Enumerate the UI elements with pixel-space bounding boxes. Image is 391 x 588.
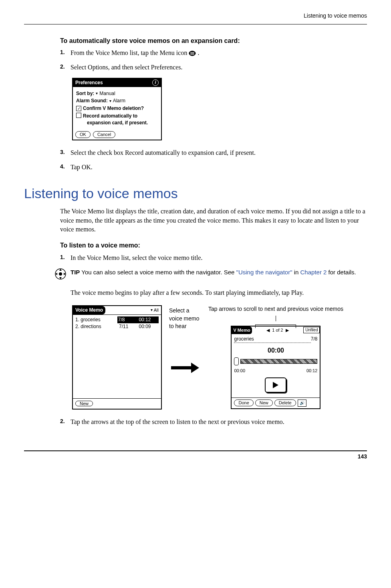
tip-block: TIP You can also select a voice memo wit… (71, 268, 367, 282)
callout-select-memo: Select a voice memo to hear (169, 307, 201, 330)
row-date: 7/8 (117, 316, 138, 323)
figures-row: Voice Memo ▾ All 1. groceries 7/8 00:12 … (72, 305, 367, 410)
play-title: V Memo (232, 326, 252, 334)
checkbox-checked-icon[interactable]: ✓ (76, 106, 81, 111)
list-row[interactable]: 2. directions 7/11 00:09 (75, 323, 159, 330)
step-text: In the Voice Memo list, select the voice… (71, 253, 367, 262)
intro-paragraph: The Voice Memo list displays the title, … (60, 207, 367, 234)
cancel-button[interactable]: Cancel (93, 131, 115, 138)
next-arrow-icon[interactable]: ▶ (286, 327, 289, 333)
memo-title: groceries (234, 336, 310, 343)
subhead-expansion: To automatically store voice memos on an… (60, 36, 367, 45)
page-number: 143 (24, 453, 367, 461)
row-num: 1. (75, 317, 79, 322)
confirm-label: Confirm V Memo deletion? (83, 105, 144, 112)
listen-step-1: 1. In the Voice Memo list, select the vo… (60, 253, 367, 262)
step-number: 1. (60, 253, 71, 262)
speaker-icon[interactable]: 🔊 (298, 399, 306, 407)
svg-rect-10 (171, 366, 191, 369)
tip-text-a: You can also select a voice memo with th… (81, 269, 236, 276)
prefs-title-text: Preferences (75, 79, 103, 86)
section-title: Listening to voice memos (24, 184, 367, 203)
step-number: 2. (60, 418, 71, 426)
listen-step-2: 2. Tap the arrows at the top of the scre… (60, 418, 367, 426)
prev-arrow-icon[interactable]: ◀ (266, 327, 270, 333)
prefs-alarm-row: Alarm Sound: ▾ Alarm (76, 97, 158, 104)
new-button[interactable]: New (255, 399, 273, 406)
step-4: 4. Tap OK. (60, 163, 367, 172)
row-duration: 00:12 (138, 316, 159, 323)
nav-position: 1 of 2 (272, 327, 283, 333)
prefs-titlebar: Preferences i (73, 79, 161, 87)
tip-label: TIP (71, 269, 80, 276)
callout-tap-arrows: Tap arrows to scroll to next and previou… (208, 305, 343, 313)
sort-label: Sort by: (76, 90, 94, 97)
header-rule (24, 24, 367, 24)
time-start: 00:00 (234, 368, 245, 374)
play-column: Tap arrows to scroll to next and previou… (208, 305, 343, 409)
step-text-b: . (198, 49, 199, 56)
callout-bracket (255, 324, 296, 328)
step-number: 3. (60, 148, 71, 157)
play-button[interactable] (265, 377, 286, 393)
sort-value: Manual (99, 90, 115, 97)
step-text: Tap the arrows at the top of the screen … (71, 418, 367, 426)
step-1: 1. From the Voice Memo list, tap the Men… (60, 49, 367, 57)
play-icon (273, 382, 278, 388)
subhead-listen: To listen to a voice memo: (60, 241, 367, 250)
playback-slider[interactable] (234, 357, 317, 365)
link-using-navigator[interactable]: "Using the navigator" (236, 269, 292, 276)
row-title: groceries (81, 317, 100, 322)
link-chapter-2[interactable]: Chapter 2 (300, 269, 327, 276)
prefs-sort-row: Sort by: ▾ Manual (76, 90, 158, 97)
step-text: Select Options, and then select Preferen… (71, 63, 367, 72)
callout-line (276, 316, 276, 321)
after-tip-paragraph: The voice memo begins to play after a fe… (71, 288, 367, 297)
arrow-right-icon (171, 363, 199, 375)
running-head: Listening to voice memos (24, 12, 367, 20)
info-icon[interactable]: i (152, 79, 159, 86)
step-text: Select the check box Record automaticall… (71, 148, 367, 157)
row-duration: 00:09 (139, 323, 159, 330)
done-button[interactable]: Done (234, 399, 253, 406)
category-selector[interactable]: Unfiled (303, 327, 320, 333)
row-date: 7/11 (119, 323, 139, 330)
nav-arrows[interactable]: ◀ 1 of 2 ▶ (252, 327, 304, 333)
voice-memo-play-figure: V Memo ◀ 1 of 2 ▶ Unfiled groceries 7/8 (231, 326, 320, 409)
row-num: 2. (75, 324, 79, 329)
voice-memo-list-figure: Voice Memo ▾ All 1. groceries 7/8 00:12 … (72, 305, 162, 410)
list-title: Voice Memo (73, 306, 105, 314)
memo-date: 7/8 (311, 336, 318, 343)
tip-mid: in (292, 269, 300, 276)
slider-knob[interactable] (234, 357, 239, 365)
footer-rule (24, 450, 367, 451)
record-label-1: Record automatically to (83, 113, 137, 119)
list-row[interactable]: 1. groceries 7/8 00:12 (75, 316, 159, 323)
ok-button[interactable]: OK (75, 131, 91, 138)
category-label: All (154, 307, 159, 313)
record-label-2: expansion card, if present. (87, 120, 148, 126)
svg-point-5 (59, 272, 62, 276)
checkbox-unchecked-icon[interactable] (76, 113, 81, 118)
menu-icon (189, 50, 196, 55)
alarm-label: Alarm Sound: (76, 97, 108, 104)
step-text: From the Voice Memo list, tap the Menu i… (71, 49, 367, 57)
category-selector[interactable]: ▾ All (148, 306, 161, 314)
dropdown-icon[interactable]: ▾ (109, 98, 111, 104)
step-text: Tap OK. (71, 163, 367, 172)
new-button[interactable]: New (75, 401, 93, 406)
svg-marker-11 (191, 363, 199, 373)
step-number: 2. (60, 63, 71, 72)
svg-rect-2 (190, 53, 194, 53)
figure-mid-column: Select a voice memo to hear (169, 305, 201, 375)
prefs-record-row: Record automatically to expansion card, … (76, 113, 158, 126)
svg-rect-1 (190, 52, 194, 53)
step-number: 1. (60, 49, 71, 57)
step-3: 3. Select the check box Record automatic… (60, 148, 367, 157)
delete-button[interactable]: Delete (274, 399, 296, 406)
tip-text-b: for details. (327, 269, 356, 276)
svg-rect-3 (190, 54, 194, 55)
dropdown-icon[interactable]: ▾ (96, 91, 98, 96)
step-2: 2. Select Options, and then select Prefe… (60, 63, 367, 72)
prefs-confirm-row: ✓ Confirm V Memo deletion? (76, 105, 158, 112)
